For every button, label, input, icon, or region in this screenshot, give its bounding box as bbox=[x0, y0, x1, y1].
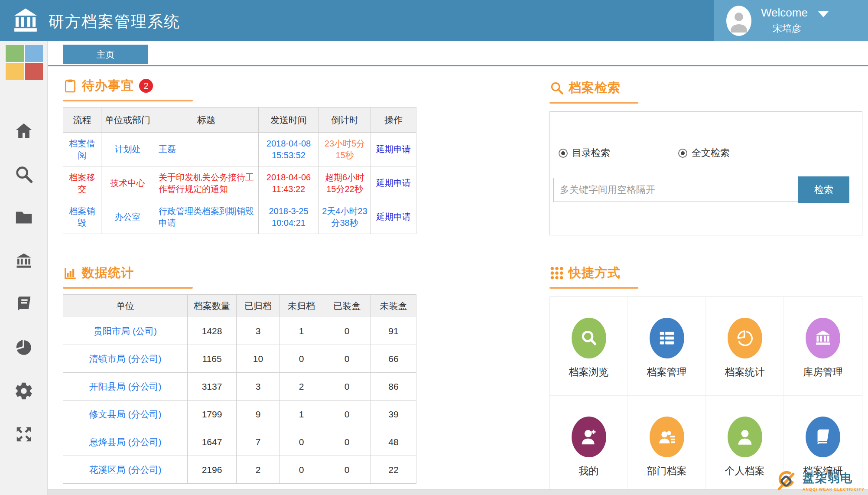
horizontal-scrollbar[interactable] bbox=[48, 489, 868, 495]
flow-link[interactable]: 档案借阅 bbox=[63, 133, 101, 166]
unboxed-cell: 48 bbox=[371, 428, 416, 456]
subject-link[interactable]: 关于印发机关公务接待工作暂行规定的通知 bbox=[154, 166, 259, 200]
user-panel[interactable]: Welcome 宋培彦 bbox=[714, 0, 868, 41]
stats-table: 单位 档案数量 已归档 未归档 已装盒 未装盒 贵阳市局 (公司) 1428 3… bbox=[63, 294, 416, 484]
flow-link[interactable]: 档案销毁 bbox=[63, 200, 101, 234]
search-underline bbox=[549, 102, 638, 104]
logo-square-orange bbox=[6, 63, 24, 80]
sidebar bbox=[0, 41, 48, 495]
boxed-cell: 0 bbox=[323, 401, 371, 428]
sent-cell: 2018-3-25 10:04:21 bbox=[259, 200, 319, 234]
postpone-link[interactable]: 延期申请 bbox=[371, 166, 416, 200]
radio-icon[interactable] bbox=[559, 149, 568, 158]
chevron-down-icon[interactable] bbox=[818, 11, 829, 17]
dept-cell: 技术中心 bbox=[101, 166, 154, 200]
boxed-cell: 0 bbox=[323, 428, 371, 456]
app-logo-bank-icon bbox=[11, 6, 40, 35]
col-total: 档案数量 bbox=[188, 295, 237, 317]
archived-cell: 7 bbox=[237, 428, 280, 456]
vendor-subtitle: ANQQI WEAK ELECTRICITY bbox=[803, 487, 865, 492]
unarchived-cell: 1 bbox=[280, 401, 323, 428]
todo-row: 档案借阅 计划处 王磊 2018-04-08 15:53:52 23小时5分15… bbox=[63, 133, 416, 166]
unboxed-cell: 22 bbox=[371, 456, 416, 484]
flow-link[interactable]: 档案移交 bbox=[63, 166, 101, 200]
radio-catalog-search[interactable]: 目录检索 bbox=[559, 147, 610, 160]
todo-underline bbox=[63, 100, 193, 101]
shortcuts-section: 快捷方式 档案浏览 档案管理 档案统计 库房管理 bbox=[549, 264, 862, 494]
unboxed-cell: 86 bbox=[371, 373, 416, 401]
shortcut-archive-browse[interactable]: 档案浏览 bbox=[550, 297, 628, 396]
shortcuts-grid: 档案浏览 档案管理 档案统计 库房管理 我的 bbox=[549, 296, 862, 494]
unit-link[interactable]: 开阳县局 (分公司) bbox=[63, 373, 188, 401]
search-button[interactable]: 检索 bbox=[798, 176, 849, 203]
people-list-icon bbox=[650, 417, 684, 457]
shortcuts-title: 快捷方式 bbox=[569, 264, 621, 282]
shortcuts-underline bbox=[549, 287, 638, 289]
vendor-name: 盘柒弱电 bbox=[803, 470, 865, 486]
welcome-text: Welcome bbox=[761, 6, 808, 20]
todo-title: 待办事宜 bbox=[82, 77, 134, 94]
tab-bar: 主页 bbox=[48, 41, 868, 65]
tab-home[interactable]: 主页 bbox=[63, 45, 148, 64]
unit-link[interactable]: 修文县局 (分公司) bbox=[63, 401, 188, 428]
bank-icon[interactable] bbox=[14, 251, 34, 271]
postpone-link[interactable]: 延期申请 bbox=[371, 200, 416, 234]
todo-header-row: 流程 单位或部门 标题 发送时间 倒计时 操作 bbox=[63, 107, 416, 133]
search-panel: 目录检索 全文检索 检索 bbox=[549, 111, 862, 235]
table-icon bbox=[650, 318, 684, 358]
unboxed-cell: 39 bbox=[371, 401, 416, 428]
col-sent: 发送时间 bbox=[259, 107, 319, 133]
countdown-cell: 23小时5分15秒 bbox=[319, 133, 371, 166]
col-unarchived: 未归档 bbox=[280, 295, 323, 317]
stats-row: 息烽县局 (分公司) 1647 7 0 0 48 bbox=[63, 428, 416, 456]
search-icon[interactable] bbox=[14, 164, 34, 184]
pie-chart-icon[interactable] bbox=[14, 338, 34, 358]
shortcut-archive-manage[interactable]: 档案管理 bbox=[628, 297, 706, 396]
archived-cell: 10 bbox=[237, 345, 280, 373]
radio-fulltext-search[interactable]: 全文检索 bbox=[678, 147, 730, 160]
search-title: 档案检索 bbox=[569, 79, 621, 97]
unit-link[interactable]: 贵阳市局 (公司) bbox=[63, 317, 188, 345]
shortcut-personal-archives[interactable]: 个人档案 bbox=[706, 396, 784, 495]
folder-icon[interactable] bbox=[14, 208, 34, 228]
col-flow: 流程 bbox=[63, 107, 101, 133]
logo-square-red bbox=[25, 63, 43, 80]
shortcut-department-archives[interactable]: 部门档案 bbox=[628, 396, 706, 495]
todo-row: 档案销毁 办公室 行政管理类档案到期销毁申请 2018-3-25 10:04:2… bbox=[63, 200, 416, 234]
total-cell: 2196 bbox=[188, 456, 237, 484]
radio-icon[interactable] bbox=[678, 149, 687, 158]
home-icon[interactable] bbox=[14, 121, 34, 141]
countdown-cell: 2天4小时23分38秒 bbox=[319, 200, 371, 234]
settings-gear-icon[interactable] bbox=[14, 381, 34, 401]
col-unboxed: 未装盒 bbox=[371, 295, 416, 317]
book-icon bbox=[806, 417, 840, 457]
unit-link[interactable]: 花溪区局 (分公司) bbox=[63, 456, 188, 484]
postpone-link[interactable]: 延期申请 bbox=[371, 133, 416, 166]
subject-link[interactable]: 行政管理类档案到期销毁申请 bbox=[154, 200, 259, 234]
countdown-cell: 超期6小时15分22秒 bbox=[319, 166, 371, 200]
boxed-cell: 0 bbox=[323, 345, 371, 373]
subject-link[interactable]: 王磊 bbox=[154, 133, 259, 166]
stats-underline bbox=[63, 287, 193, 289]
shortcut-archive-stats[interactable]: 档案统计 bbox=[706, 297, 784, 396]
unit-link[interactable]: 清镇市局 (分公司) bbox=[63, 345, 188, 373]
search-input[interactable] bbox=[553, 178, 798, 202]
dept-cell: 计划处 bbox=[101, 133, 154, 166]
vendor-watermark: 盘柒弱电 ANQQI WEAK ELECTRICITY bbox=[774, 468, 865, 493]
unit-link[interactable]: 息烽县局 (分公司) bbox=[63, 428, 188, 456]
boxed-cell: 0 bbox=[323, 317, 371, 345]
unboxed-cell: 66 bbox=[371, 345, 416, 373]
book-icon[interactable] bbox=[14, 294, 34, 314]
vendor-logo-icon bbox=[774, 468, 799, 493]
page-title: 研方档案管理系统 bbox=[49, 11, 180, 33]
unarchived-cell: 2 bbox=[280, 373, 323, 401]
unarchived-cell: 1 bbox=[280, 317, 323, 345]
col-unit: 单位 bbox=[63, 295, 188, 317]
shortcut-warehouse-manage[interactable]: 库房管理 bbox=[784, 297, 862, 396]
username: 宋培彦 bbox=[761, 22, 813, 35]
todo-row: 档案移交 技术中心 关于印发机关公务接待工作暂行规定的通知 2018-04-06… bbox=[63, 166, 416, 200]
archive-search-section: 档案检索 目录检索 全文检索 检索 bbox=[549, 79, 862, 235]
shortcut-mine[interactable]: 我的 bbox=[550, 396, 628, 495]
fullscreen-expand-icon[interactable] bbox=[14, 424, 34, 444]
stats-row: 修文县局 (分公司) 1799 9 1 0 39 bbox=[63, 401, 416, 428]
